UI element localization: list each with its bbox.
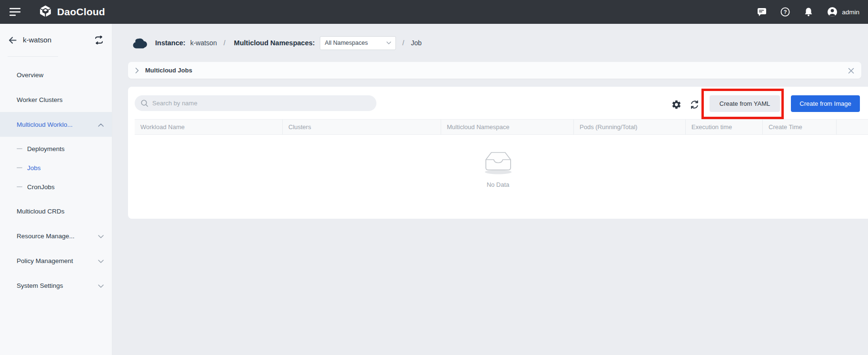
- namespaces-label: Multicloud Namespaces:: [234, 39, 315, 47]
- user-menu[interactable]: admin: [827, 6, 859, 18]
- topbar-actions: ? admin: [757, 0, 859, 24]
- table-settings-gear-icon[interactable]: [671, 100, 681, 110]
- topbar: DaoCloud ?: [0, 0, 868, 24]
- page-title: Job: [411, 39, 422, 47]
- refresh-icon[interactable]: [690, 100, 700, 110]
- brand-name: DaoCloud: [57, 6, 105, 18]
- column-header-pods[interactable]: Pods (Running/Total): [574, 120, 686, 134]
- jobs-panel: Create from YAML Create from Image Workl…: [128, 87, 868, 219]
- column-header-workload-name[interactable]: Workload Name: [135, 120, 283, 134]
- dash-icon: [17, 148, 22, 149]
- tab-multicloud-jobs[interactable]: Multicloud Jobs: [145, 67, 192, 74]
- namespace-select-value: All Namespaces: [325, 40, 368, 46]
- instance-breadcrumb: Instance: k-watson / Multicloud Namespac…: [132, 24, 422, 62]
- instance-label: Instance:: [155, 39, 186, 47]
- empty-state: No Data: [128, 149, 868, 188]
- chevron-down-icon: [98, 257, 104, 264]
- switch-instance-icon[interactable]: [94, 36, 104, 44]
- search-input[interactable]: [152, 100, 357, 107]
- namespace-select[interactable]: All Namespaces: [320, 36, 396, 50]
- breadcrumb-separator: /: [403, 39, 404, 47]
- empty-inbox-icon: [480, 149, 517, 174]
- search-icon: [140, 99, 148, 107]
- daocloud-brand: DaoCloud: [39, 0, 105, 24]
- sidebar-item-overview[interactable]: Overview: [0, 62, 112, 87]
- sidebar-item-worker-clusters[interactable]: Worker Clusters: [0, 87, 112, 112]
- create-from-yaml-button[interactable]: Create from YAML: [710, 95, 780, 112]
- column-header-clusters[interactable]: Clusters: [283, 120, 441, 134]
- dash-icon: [17, 186, 22, 187]
- column-header-execution-time[interactable]: Execution time: [686, 120, 763, 134]
- back-arrow-icon[interactable]: [8, 36, 17, 45]
- sidebar-item-system-settings[interactable]: System Settings: [0, 273, 112, 298]
- help-icon[interactable]: ?: [780, 7, 790, 17]
- column-header-actions: [837, 120, 868, 134]
- instance-name-label: k-watson: [23, 36, 51, 44]
- select-chevron-icon: [386, 41, 391, 44]
- page-tabbar: Multicloud Jobs: [128, 62, 861, 79]
- column-header-multicloud-namespace[interactable]: Multicloud Namespace: [441, 120, 574, 134]
- sidebar-header: k-watson: [0, 24, 112, 56]
- sidebar-item-jobs[interactable]: Jobs: [0, 158, 112, 177]
- sidebar-nav: Overview Worker Clusters Multicloud Work…: [0, 57, 112, 298]
- sidebar-item-resource-management[interactable]: Resource Manage...: [0, 223, 112, 248]
- column-header-create-time[interactable]: Create Time: [763, 120, 837, 134]
- breadcrumb-separator: /: [224, 39, 226, 47]
- chevron-up-icon: [98, 121, 104, 128]
- sidebar-item-multicloud-workloads[interactable]: Multicloud Worklo...: [0, 112, 112, 137]
- daocloud-logo-icon: [39, 5, 52, 20]
- chevron-down-icon: [98, 282, 104, 289]
- chevron-down-icon: [98, 233, 104, 240]
- table-header-row: Workload Name Clusters Multicloud Namesp…: [135, 119, 868, 135]
- username-label: admin: [842, 9, 859, 16]
- close-tab-icon[interactable]: [848, 67, 854, 73]
- instance-value[interactable]: k-watson: [190, 39, 217, 47]
- breadcrumb-chevron-icon[interactable]: [135, 68, 139, 73]
- create-from-image-button[interactable]: Create from Image: [791, 95, 860, 112]
- sidebar-item-cronjobs[interactable]: CronJobs: [0, 177, 112, 196]
- hamburger-menu-icon[interactable]: [10, 8, 21, 16]
- search-box: [135, 95, 376, 111]
- dash-icon: [17, 167, 22, 168]
- notifications-bell-icon[interactable]: [803, 7, 814, 17]
- sidebar-item-policy-management[interactable]: Policy Management: [0, 248, 112, 273]
- svg-text:?: ?: [784, 9, 787, 15]
- avatar-icon: [827, 6, 838, 18]
- no-data-label: No Data: [128, 181, 868, 188]
- feedback-chat-icon[interactable]: [757, 7, 767, 17]
- sidebar: k-watson Overview Worker Clusters Multic…: [0, 24, 112, 355]
- sidebar-item-multicloud-crds[interactable]: Multicloud CRDs: [0, 199, 112, 223]
- cloud-icon: [132, 37, 148, 49]
- sidebar-item-deployments[interactable]: Deployments: [0, 139, 112, 158]
